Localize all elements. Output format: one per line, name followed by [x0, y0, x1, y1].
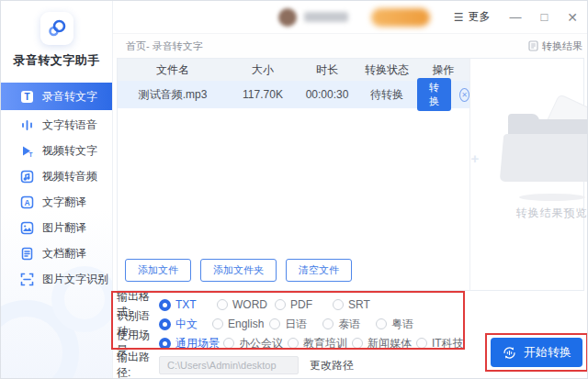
document-icon: [528, 40, 538, 51]
radio-thai[interactable]: 泰语: [322, 317, 370, 332]
radio-pdf[interactable]: PDF: [275, 298, 325, 311]
preview-caption: 转换结果预览: [470, 206, 588, 221]
close-button[interactable]: ✕: [567, 11, 578, 24]
sidebar-item-label: 视频转文字: [42, 143, 97, 159]
audio-to-text-icon: T: [20, 90, 34, 104]
radio-label: 日语: [285, 317, 307, 332]
output-path-row: 输出路径: 更改路径: [117, 356, 354, 374]
result-link-label: 转换结果: [542, 39, 582, 53]
start-convert-button[interactable]: 开始转换: [491, 338, 582, 367]
radio-label: 粤语: [391, 317, 413, 332]
radio-label: WORD: [232, 298, 267, 311]
svg-text:A: A: [24, 198, 29, 207]
cell-status: 待转换: [356, 87, 417, 103]
radio-english[interactable]: English: [212, 318, 264, 330]
vip-upgrade-button-redacted[interactable]: [371, 8, 430, 27]
folder-shadow: [519, 194, 585, 201]
radio-icon: [159, 318, 171, 330]
change-path-link[interactable]: 更改路径: [310, 358, 354, 373]
hamburger-icon: ☰: [454, 11, 464, 24]
radio-chinese[interactable]: 中文: [159, 317, 207, 332]
video-to-audio-icon: [20, 170, 34, 184]
radio-icon: [269, 318, 280, 329]
more-label: 更多: [468, 9, 490, 25]
radio-it-tech[interactable]: IT科技: [416, 336, 477, 351]
table-row[interactable]: 测试音频.mp3 117.70K 00:00:30 待转换 转换 ✕: [118, 81, 469, 108]
radio-icon: [212, 318, 223, 329]
file-table: 文件名 大小 时长 转换状态 操作 测试音频.mp3 117.70K 00:00…: [118, 59, 469, 290]
app-title: 录音转文字助手: [1, 52, 112, 69]
radio-icon: [376, 318, 387, 329]
file-actions: 添加文件 添加文件夹 清空文件: [125, 259, 352, 282]
remove-file-icon[interactable]: ✕: [459, 88, 469, 102]
scene-row: 使用场景: 通用场景 办公会议 教育培训 新闻媒体 IT科技: [117, 334, 481, 352]
document-translate-icon: [20, 247, 34, 261]
conversion-result-link[interactable]: 转换结果: [528, 39, 582, 53]
sidebar-item-text-translate[interactable]: A 文字翻译: [1, 189, 112, 215]
radio-japanese[interactable]: 日语: [269, 317, 317, 332]
breadcrumb: 首页- 录音转文字: [126, 39, 203, 53]
maximize-button[interactable]: □: [540, 11, 548, 23]
sidebar-item-audio-to-text[interactable]: T 录音转文字: [1, 83, 112, 110]
sidebar-item-label: 图片文字识别: [42, 272, 108, 287]
col-filename: 文件名: [118, 62, 228, 78]
sidebar-item-video-to-text[interactable]: T 视频转文字: [1, 138, 112, 163]
header-row: 首页- 录音转文字 转换结果: [113, 34, 588, 58]
radio-general-scene[interactable]: 通用场景: [159, 336, 220, 351]
sidebar-menu: T 录音转文字 文字转语音 T 视频转文字 视频转音频: [1, 83, 112, 292]
add-file-button[interactable]: 添加文件: [125, 259, 191, 282]
radio-icon: [217, 299, 228, 310]
radio-label: 泰语: [338, 317, 360, 332]
radio-icon: [322, 318, 334, 329]
minimize-button[interactable]: —: [509, 11, 521, 23]
app-window: 录音转文字助手 T 录音转文字 文字转语音 T 视频转文字: [0, 0, 588, 379]
radio-word[interactable]: WORD: [217, 298, 267, 311]
sidebar-item-image-translate[interactable]: 图片翻译: [1, 215, 112, 240]
image-ocr-icon: [20, 273, 34, 286]
language-row: 识别语种: 中文 English 日语 泰语 粤语: [117, 315, 429, 333]
content-panel: 文件名 大小 时长 转换状态 操作 测试音频.mp3 117.70K 00:00…: [117, 58, 584, 291]
col-size: 大小: [228, 62, 298, 78]
col-duration: 时长: [298, 62, 356, 78]
radio-label: PDF: [290, 298, 312, 311]
clear-files-button[interactable]: 清空文件: [286, 259, 352, 282]
svg-text:T: T: [29, 150, 33, 157]
cell-size: 117.70K: [228, 88, 298, 101]
radio-office-meeting[interactable]: 办公会议: [223, 336, 284, 351]
radio-icon: [275, 299, 286, 310]
username-redacted: [304, 12, 348, 22]
radio-icon: [416, 338, 427, 349]
user-avatar[interactable]: [278, 8, 297, 27]
more-menu-button[interactable]: ☰ 更多: [454, 9, 491, 25]
sidebar-item-label: 文档翻译: [42, 246, 86, 262]
radio-icon: [159, 299, 171, 311]
radio-education[interactable]: 教育培训: [288, 336, 348, 351]
radio-srt[interactable]: SRT: [333, 298, 383, 311]
radio-icon: [333, 299, 344, 310]
sidebar-item-text-to-speech[interactable]: 文字转语音: [1, 112, 112, 138]
radio-icon: [288, 338, 299, 349]
radio-icon: [223, 338, 234, 349]
app-logo-icon: [40, 12, 74, 45]
cell-actions: 转换 ✕: [417, 78, 469, 111]
radio-label: SRT: [348, 298, 370, 311]
convert-button[interactable]: 转换: [417, 78, 451, 111]
add-folder-button[interactable]: 添加文件夹: [200, 259, 277, 282]
radio-news-media[interactable]: 新闻媒体: [352, 336, 413, 351]
cell-duration: 00:00:30: [298, 88, 356, 101]
sidebar-item-image-ocr[interactable]: 图片文字识别: [1, 266, 112, 292]
output-path-input[interactable]: [159, 356, 299, 374]
sidebar-item-video-to-audio[interactable]: 视频转音频: [1, 163, 112, 189]
video-to-text-icon: T: [20, 144, 34, 158]
radio-icon: [159, 338, 171, 350]
logo-area: 录音转文字助手: [1, 1, 112, 69]
sidebar-item-label: 录音转文字: [42, 89, 97, 105]
text-translate-icon: A: [20, 195, 34, 209]
titlebar: ☰ 更多 — □ ✕: [113, 1, 588, 34]
radio-cantonese[interactable]: 粤语: [376, 317, 424, 332]
sidebar-item-document-translate[interactable]: 文档翻译: [1, 240, 112, 266]
radio-txt[interactable]: TXT: [159, 298, 209, 311]
result-preview-panel: + + 转换结果预览: [469, 59, 588, 290]
start-convert-label: 开始转换: [524, 344, 571, 361]
radio-icon: [352, 338, 363, 349]
